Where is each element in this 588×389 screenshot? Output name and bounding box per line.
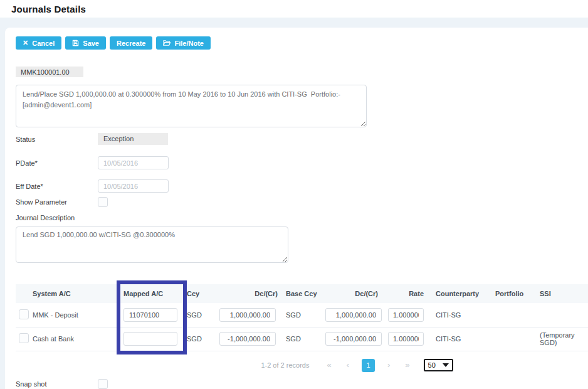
header-counterparty: Counterparty [424, 284, 483, 303]
status-value: Exception [98, 133, 168, 145]
journal-description-textarea[interactable]: Lend SGD 1,000,000.00 w/CITI-SG @0.30000… [16, 226, 288, 263]
journal-lines-table: System A/C Mapped A/C Ccy Dc/(Cr) Base C… [16, 284, 588, 351]
pagination-summary: 1-2 of 2 records [261, 361, 309, 369]
pdate-label: PDate* [16, 159, 98, 167]
row-2-system-ac: Cash at Bank [33, 327, 123, 351]
cancel-button-label: Cancel [32, 40, 55, 47]
header-select-col [16, 284, 33, 303]
snap-shot-checkbox[interactable] [98, 379, 108, 389]
header-base-ccy: Base Ccy [278, 284, 325, 303]
row-1-dc-cr-input[interactable] [219, 308, 276, 322]
pdate-input[interactable] [98, 156, 169, 169]
header-portfolio: Portfolio [483, 284, 528, 303]
show-parameter-row: Show Parameter [16, 197, 588, 207]
file-note-button-label: File/Note [174, 40, 203, 47]
file-note-button[interactable]: File/Note [156, 36, 210, 50]
journal-header-description-textarea[interactable]: Lend/Place SGD 1,000,000.00 at 0.300000%… [16, 85, 367, 127]
next-page-button[interactable]: › [385, 359, 392, 371]
snap-shot-label: Snap shot [16, 380, 98, 388]
page-title: Journals Details [11, 4, 86, 14]
table-row: Cash at Bank SGD SGD CITI-SG (Temporary … [16, 327, 588, 351]
save-icon [72, 40, 79, 46]
header-system-ac: System A/C [33, 284, 123, 303]
pagination-bar: 1-2 of 2 records « ‹ 1 › » 50 [16, 359, 588, 372]
page-size-value: 50 [428, 361, 436, 369]
header-rate: Rate [378, 284, 424, 303]
row-1-checkbox[interactable] [19, 309, 29, 319]
pdate-row: PDate* [16, 156, 588, 169]
header-ssi: SSI [528, 284, 588, 303]
row-1-ccy: SGD [187, 303, 218, 327]
row-1-system-ac: MMK - Deposit [33, 303, 123, 327]
row-2-portfolio [483, 327, 528, 351]
row-2-mapped-ac-input[interactable] [123, 332, 177, 346]
journal-details-panel: ✕ Cancel Save Recreate File/Note MMK1000… [5, 28, 588, 389]
journal-id-field: MMK100001.00 [16, 67, 83, 77]
current-page-button[interactable]: 1 [362, 359, 375, 372]
row-1-base-ccy: SGD [278, 303, 325, 327]
title-bar: Journals Details [0, 0, 588, 18]
row-1-ssi [528, 303, 588, 327]
page-size-select[interactable]: 50 [424, 359, 453, 371]
row-2-base-dc-cr-input[interactable] [325, 332, 382, 346]
status-label: Status [16, 136, 98, 143]
prev-page-button[interactable]: ‹ [344, 359, 352, 371]
row-2-counterparty: CITI-SG [424, 327, 483, 351]
table-header-row: System A/C Mapped A/C Ccy Dc/(Cr) Base C… [16, 284, 588, 303]
row-1-counterparty: CITI-SG [424, 303, 483, 327]
row-2-base-ccy: SGD [278, 327, 325, 351]
journal-lines-table-wrap: System A/C Mapped A/C Ccy Dc/(Cr) Base C… [16, 284, 588, 351]
row-2-ssi: (Temporary SGD) [528, 327, 588, 351]
header-mapped-ac: Mapped A/C [123, 284, 187, 303]
snap-shot-row: Snap shot [16, 379, 588, 389]
eff-date-row: Eff Date* [16, 179, 588, 193]
header-ccy: Ccy [187, 284, 218, 303]
save-button[interactable]: Save [65, 36, 106, 50]
row-2-checkbox[interactable] [19, 333, 29, 343]
x-icon: ✕ [23, 40, 28, 46]
row-1-base-dc-cr-input[interactable] [325, 308, 382, 322]
row-2-dc-cr-input[interactable] [219, 332, 276, 346]
folder-icon [163, 40, 171, 46]
last-page-button[interactable]: » [402, 359, 412, 371]
chevron-down-icon [443, 363, 449, 367]
eff-date-label: Eff Date* [16, 183, 98, 190]
journal-description-label: Journal Description [16, 214, 588, 221]
header-dc-cr: Dc/(Cr) [218, 284, 278, 303]
show-parameter-label: Show Parameter [16, 198, 98, 206]
eff-date-input[interactable] [98, 179, 169, 193]
table-row: MMK - Deposit SGD SGD CITI-SG [16, 303, 588, 327]
header-base-dc-cr: Dc/(Cr) [325, 284, 378, 303]
row-2-ccy: SGD [187, 327, 218, 351]
cancel-button[interactable]: ✕ Cancel [16, 36, 61, 50]
row-1-portfolio [483, 303, 528, 327]
first-page-button[interactable]: « [324, 359, 333, 371]
status-row: Status Exception [16, 133, 588, 145]
show-parameter-checkbox[interactable] [98, 197, 108, 207]
row-2-rate-input[interactable] [388, 332, 424, 346]
row-1-rate-input[interactable] [388, 308, 424, 322]
recreate-button[interactable]: Recreate [110, 36, 152, 50]
row-1-mapped-ac-input[interactable] [123, 308, 177, 322]
save-button-label: Save [83, 40, 99, 47]
toolbar: ✕ Cancel Save Recreate File/Note [16, 36, 588, 50]
recreate-button-label: Recreate [117, 40, 145, 47]
